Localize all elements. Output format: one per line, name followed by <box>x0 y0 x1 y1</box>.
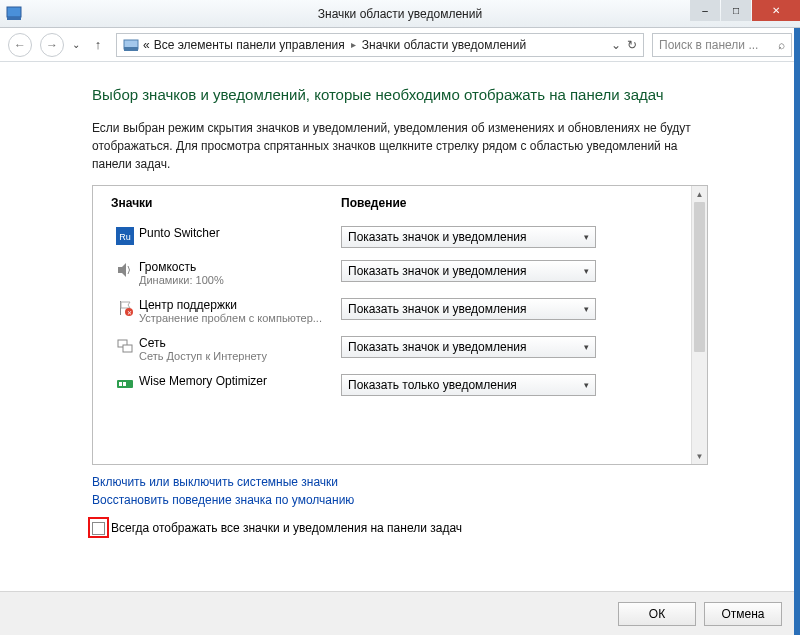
item-label: СетьСеть Доступ к Интернету <box>139 336 341 362</box>
page-title: Выбор значков и уведомлений, которые нео… <box>92 84 708 105</box>
address-bar[interactable]: « Все элементы панели управления ▸ Значк… <box>116 33 644 57</box>
svg-text:Ru: Ru <box>119 232 131 242</box>
item-name: Wise Memory Optimizer <box>139 374 341 388</box>
behavior-select[interactable]: Показать значок и уведомления▾ <box>341 298 596 320</box>
maximize-button[interactable]: □ <box>721 0 751 21</box>
item-label: Punto Switcher <box>139 226 341 240</box>
list-item: ✕Центр поддержкиУстранение проблем с ком… <box>111 292 673 330</box>
scroll-thumb[interactable] <box>694 202 705 352</box>
close-button[interactable]: ✕ <box>752 0 800 21</box>
svg-marker-6 <box>118 263 126 277</box>
forward-button[interactable]: → <box>40 33 64 57</box>
svg-rect-11 <box>123 345 132 352</box>
behavior-select[interactable]: Показать значок и уведомления▾ <box>341 336 596 358</box>
back-button[interactable]: ← <box>8 33 32 57</box>
chevron-down-icon: ▾ <box>584 232 589 242</box>
behavior-cell: Показать значок и уведомления▾ <box>341 226 673 248</box>
vol-icon <box>111 260 139 279</box>
page-description: Если выбран режим скрытия значков и увед… <box>92 119 708 173</box>
flag-icon: ✕ <box>111 298 139 317</box>
links-section: Включить или выключить системные значки … <box>92 475 708 507</box>
scroll-down-icon[interactable]: ▼ <box>692 448 707 464</box>
up-button[interactable]: ↑ <box>88 35 108 55</box>
refresh-icon[interactable]: ↻ <box>627 38 637 52</box>
icons-list: Значки Поведение RuPunto SwitcherПоказат… <box>93 186 691 464</box>
breadcrumb-item-2[interactable]: Значки области уведомлений <box>362 38 526 52</box>
behavior-value: Показать значок и уведомления <box>348 302 527 316</box>
behavior-value: Показать значок и уведомления <box>348 340 527 354</box>
always-show-row: Всегда отображать все значки и уведомлен… <box>92 521 708 535</box>
behavior-cell: Показать значок и уведомления▾ <box>341 260 673 282</box>
behavior-select[interactable]: Показать значок и уведомления▾ <box>341 226 596 248</box>
always-show-checkbox[interactable] <box>92 522 105 535</box>
svg-rect-1 <box>7 17 21 20</box>
search-input[interactable]: Поиск в панели ... ⌕ <box>652 33 792 57</box>
behavior-value: Показать значок и уведомления <box>348 264 527 278</box>
item-subtitle: Устранение проблем с компьютер... <box>139 312 334 324</box>
column-behavior: Поведение <box>341 196 673 210</box>
list-item: Wise Memory OptimizerПоказать только уве… <box>111 368 673 402</box>
footer: ОК Отмена <box>0 591 800 635</box>
minimize-button[interactable]: – <box>690 0 720 21</box>
chevron-down-icon: ▾ <box>584 380 589 390</box>
svg-rect-3 <box>124 47 138 51</box>
behavior-select[interactable]: Показать значок и уведомления▾ <box>341 260 596 282</box>
always-show-label: Всегда отображать все значки и уведомлен… <box>111 521 462 535</box>
background-window-edge <box>794 28 800 635</box>
titlebar: Значки области уведомлений – □ ✕ <box>0 0 800 28</box>
svg-rect-13 <box>119 382 122 386</box>
link-system-icons[interactable]: Включить или выключить системные значки <box>92 475 708 489</box>
content-area: Выбор значков и уведомлений, которые нео… <box>0 62 800 635</box>
behavior-cell: Показать только уведомления▾ <box>341 374 673 396</box>
icons-panel: Значки Поведение RuPunto SwitcherПоказат… <box>92 185 708 465</box>
column-headers: Значки Поведение <box>111 196 673 210</box>
item-name: Громкость <box>139 260 341 274</box>
recent-dropdown-icon[interactable]: ⌄ <box>72 39 80 50</box>
ru-icon: Ru <box>111 226 139 245</box>
item-label: Wise Memory Optimizer <box>139 374 341 388</box>
ok-button[interactable]: ОК <box>618 602 696 626</box>
window-controls: – □ ✕ <box>689 0 800 21</box>
chevron-down-icon: ▾ <box>584 266 589 276</box>
behavior-value: Показать только уведомления <box>348 378 517 392</box>
item-label: Центр поддержкиУстранение проблем с комп… <box>139 298 341 324</box>
behavior-value: Показать значок и уведомления <box>348 230 527 244</box>
column-icons: Значки <box>111 196 341 210</box>
list-item: ГромкостьДинамики: 100%Показать значок и… <box>111 254 673 292</box>
svg-rect-14 <box>123 382 126 386</box>
list-item: СетьСеть Доступ к ИнтернетуПоказать знач… <box>111 330 673 368</box>
breadcrumb-item-1[interactable]: Все элементы панели управления <box>154 38 345 52</box>
item-label: ГромкостьДинамики: 100% <box>139 260 341 286</box>
breadcrumb-separator: ▸ <box>349 39 358 50</box>
item-subtitle: Сеть Доступ к Интернету <box>139 350 334 362</box>
item-name: Центр поддержки <box>139 298 341 312</box>
item-subtitle: Динамики: 100% <box>139 274 334 286</box>
link-restore-defaults[interactable]: Восстановить поведение значка по умолчан… <box>92 493 708 507</box>
svg-rect-0 <box>7 7 21 17</box>
item-name: Punto Switcher <box>139 226 341 240</box>
address-dropdown-icon[interactable]: ⌄ <box>611 38 621 52</box>
location-icon <box>123 37 139 53</box>
app-icon <box>6 6 22 22</box>
scrollbar[interactable]: ▲ ▼ <box>691 186 707 464</box>
search-placeholder: Поиск в панели ... <box>659 38 778 52</box>
svg-text:✕: ✕ <box>127 310 132 316</box>
behavior-select[interactable]: Показать только уведомления▾ <box>341 374 596 396</box>
behavior-cell: Показать значок и уведомления▾ <box>341 336 673 358</box>
chevron-down-icon: ▾ <box>584 342 589 352</box>
search-icon: ⌕ <box>778 38 785 52</box>
scroll-up-icon[interactable]: ▲ <box>692 186 707 202</box>
wise-icon <box>111 374 139 393</box>
list-item: RuPunto SwitcherПоказать значок и уведом… <box>111 220 673 254</box>
chevron-down-icon: ▾ <box>584 304 589 314</box>
toolbar: ← → ⌄ ↑ « Все элементы панели управления… <box>0 28 800 62</box>
breadcrumb-prefix: « <box>143 38 150 52</box>
window-title: Значки области уведомлений <box>318 7 482 21</box>
net-icon <box>111 336 139 355</box>
cancel-button[interactable]: Отмена <box>704 602 782 626</box>
behavior-cell: Показать значок и уведомления▾ <box>341 298 673 320</box>
item-name: Сеть <box>139 336 341 350</box>
